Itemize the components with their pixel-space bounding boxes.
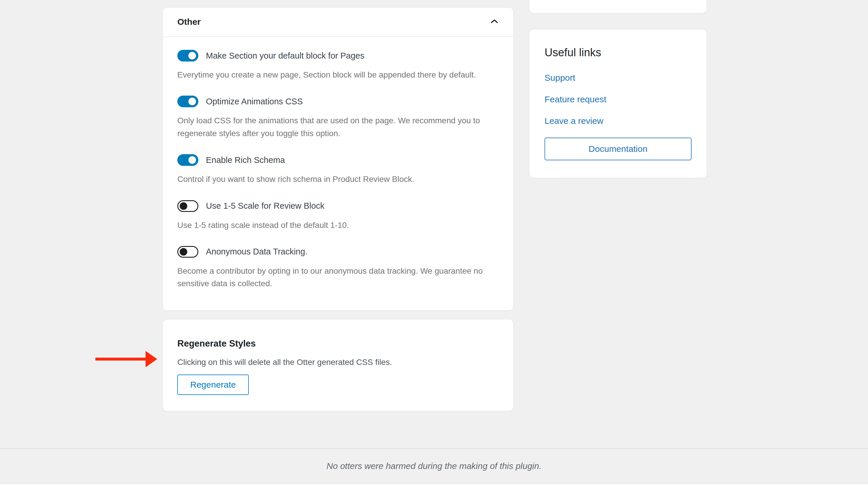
setting-optimize-animations-css: Optimize Animations CSS Only load CSS fo… (177, 96, 499, 140)
toggle-thumb (188, 52, 196, 60)
other-card-title: Other (177, 17, 201, 27)
setting-label: Make Section your default block for Page… (206, 51, 364, 61)
toggle-anonymous-tracking[interactable] (177, 246, 198, 258)
bottom-strip (0, 483, 868, 485)
setting-label: Optimize Animations CSS (206, 97, 303, 106)
regenerate-button[interactable]: Regenerate (177, 375, 249, 395)
support-link[interactable]: Support (545, 73, 691, 83)
collapse-section-button[interactable] (490, 19, 499, 25)
useful-links-card: Useful links Support Feature request Lea… (529, 29, 707, 178)
toggle-make-section-default[interactable] (177, 50, 198, 62)
red-arrow-head (146, 351, 157, 367)
setting-label: Enable Rich Schema (206, 155, 285, 165)
useful-links-title: Useful links (545, 46, 691, 59)
setting-help-text: Use 1-5 rating scale instead of the defa… (177, 219, 489, 231)
toggle-optimize-animations[interactable] (177, 96, 198, 107)
setting-label: Use 1-5 Scale for Review Block (206, 201, 324, 211)
setting-help-text: Only load CSS for the animations that ar… (177, 114, 489, 140)
toggle-thumb (180, 202, 187, 210)
setting-help-text: Control if you want to show rich schema … (177, 173, 489, 185)
page-footer: No otters were harmed during the making … (0, 448, 868, 483)
setting-anonymous-tracking: Anonymous Data Tracking. Become a contri… (177, 246, 499, 290)
other-card-body: Make Section your default block for Page… (163, 37, 513, 311)
red-arrow-annotation (95, 350, 157, 368)
feature-request-link[interactable]: Feature request (545, 94, 691, 104)
footer-tagline: No otters were harmed during the making … (327, 461, 541, 471)
toggle-thumb (188, 98, 196, 105)
red-arrow-shaft (95, 358, 147, 360)
toggle-rich-schema[interactable] (177, 154, 198, 166)
toggle-review-scale[interactable] (177, 200, 198, 212)
sidebar-partial-card (529, 0, 707, 13)
documentation-button[interactable]: Documentation (545, 137, 691, 160)
setting-review-scale: Use 1-5 Scale for Review Block Use 1-5 r… (177, 200, 499, 231)
regenerate-styles-description: Clicking on this will delete all the Ott… (177, 358, 499, 367)
chevron-up-icon (490, 19, 499, 25)
setting-label: Anonymous Data Tracking. (206, 247, 307, 257)
setting-help-text: Become a contributor by opting in to our… (177, 265, 489, 290)
leave-a-review-link[interactable]: Leave a review (545, 116, 691, 126)
setting-enable-rich-schema: Enable Rich Schema Control if you want t… (177, 154, 499, 185)
other-card-header[interactable]: Other (163, 7, 513, 37)
regenerate-styles-card: Regenerate Styles Clicking on this will … (162, 319, 514, 411)
setting-default-section-block: Make Section your default block for Page… (177, 50, 499, 81)
setting-help-text: Everytime you create a new page, Section… (177, 68, 489, 81)
toggle-thumb (180, 248, 187, 256)
toggle-thumb (188, 156, 196, 164)
regenerate-styles-title: Regenerate Styles (177, 338, 499, 349)
other-settings-card: Other Make Section your default block fo… (162, 7, 514, 311)
